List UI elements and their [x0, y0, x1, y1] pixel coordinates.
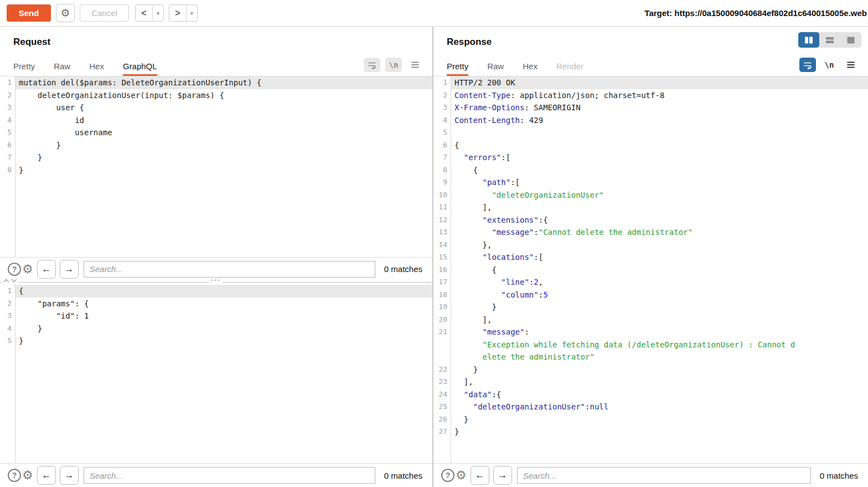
code-line: 1mutation del($params: DeleteOrganizatio… — [0, 76, 432, 89]
search-settings-button[interactable]: ⚙ — [22, 263, 33, 275]
search-settings-button[interactable]: ⚙ — [456, 469, 467, 481]
line-number: 13 — [433, 226, 451, 239]
columns-layout-icon — [804, 37, 813, 44]
code-line-text: "errors":[ — [451, 151, 868, 164]
code-line-text: HTTP/2 200 OK — [451, 76, 868, 89]
code-line-text: "data":{ — [451, 388, 868, 401]
code-line: 27} — [433, 426, 868, 438]
layout-rows-button[interactable] — [819, 32, 840, 48]
layout-columns-button[interactable] — [798, 32, 819, 48]
splitter-drag-handle[interactable]: ••• — [209, 278, 223, 283]
search-next-button[interactable]: → — [60, 466, 79, 485]
code-line-text: "line":2, — [451, 276, 868, 289]
code-line: 7 "errors":[ — [433, 151, 868, 164]
code-line-text: deleteOrganizationUser(input: $params) { — [15, 89, 432, 102]
search-help-button[interactable]: ? — [8, 263, 21, 276]
chevron-down-icon[interactable] — [11, 279, 17, 283]
editor-menu-button[interactable] — [843, 58, 859, 72]
history-back-dropdown[interactable]: ▾ — [153, 5, 163, 21]
line-number: 16 — [433, 264, 451, 276]
tab-render[interactable]: Render — [556, 61, 583, 76]
word-wrap-toggle[interactable] — [364, 58, 380, 72]
code-line: 2 deleteOrganizationUser(input: $params)… — [0, 89, 432, 102]
arrow-right-icon: → — [64, 470, 74, 480]
variables-search-input[interactable] — [84, 467, 375, 484]
code-line: 1HTTP/2 200 OK — [433, 76, 868, 89]
graphql-variables-editor[interactable]: 1{2 "params": {3 "id": 14 }5} — [0, 285, 432, 463]
search-previous-button[interactable]: ← — [37, 466, 56, 485]
code-line-text: }, — [451, 239, 868, 252]
response-editor[interactable]: 1HTTP/2 200 OK2Content-Type: application… — [433, 76, 868, 463]
tab-raw[interactable]: Raw — [54, 61, 70, 76]
search-help-button[interactable]: ? — [441, 469, 454, 482]
line-number: 3 — [433, 101, 451, 114]
line-number: 3 — [0, 101, 15, 114]
code-line-text: "extensions":{ — [451, 214, 868, 227]
tab-pretty[interactable]: Pretty — [13, 61, 35, 76]
tab-graphql[interactable]: GraphQL — [123, 61, 157, 76]
response-search-input[interactable] — [517, 467, 811, 484]
code-line-text: mutation del($params: DeleteOrganization… — [15, 76, 432, 89]
request-settings-button[interactable]: ⚙ — [56, 4, 75, 22]
code-line: 25 "deleteOrganizationUser":null — [433, 401, 868, 413]
line-number: 6 — [433, 139, 451, 152]
help-icon: ? — [12, 265, 17, 274]
request-title: Request — [13, 37, 50, 48]
line-number: 3 — [0, 310, 15, 322]
code-line: 6 } — [0, 139, 432, 152]
search-previous-button[interactable]: ← — [471, 466, 489, 485]
show-newlines-toggle[interactable]: \n — [385, 58, 402, 72]
code-line: 14 }, — [433, 239, 868, 252]
code-line-text: id — [15, 114, 432, 127]
query-search-input[interactable] — [84, 261, 375, 278]
search-next-button[interactable]: → — [60, 260, 79, 279]
newline-icon: \n — [389, 60, 399, 69]
tab-raw[interactable]: Raw — [487, 61, 504, 76]
history-back-button[interactable]: < — [136, 5, 153, 21]
layout-single-button[interactable] — [840, 32, 861, 48]
chevron-up-icon[interactable] — [3, 279, 9, 283]
code-line-text: { — [15, 285, 432, 298]
response-search-matches: 0 matches — [820, 471, 858, 480]
response-tabs: Pretty Raw Hex Render — [447, 61, 602, 76]
line-number: 18 — [433, 289, 451, 301]
send-button[interactable]: Send — [7, 4, 51, 22]
line-number: 12 — [433, 214, 451, 227]
gear-icon: ⚙ — [60, 7, 70, 19]
code-line: 15 "locations":[ — [433, 251, 868, 264]
code-line-text: } — [451, 301, 868, 314]
editor-splitter[interactable]: ••• — [0, 280, 432, 285]
code-line-text: "message": — [451, 326, 868, 339]
graphql-query-editor[interactable]: 1mutation del($params: DeleteOrganizatio… — [0, 76, 432, 257]
line-number: 1 — [0, 285, 15, 298]
request-tabs: Pretty Raw Hex GraphQL — [13, 61, 176, 76]
line-number: 2 — [0, 298, 15, 310]
history-forward-button[interactable]: > — [169, 5, 187, 21]
line-number: 26 — [433, 413, 451, 426]
line-number: 5 — [0, 335, 15, 347]
line-number: 14 — [433, 239, 451, 252]
history-forward-dropdown[interactable]: ▾ — [187, 5, 197, 21]
show-newlines-toggle[interactable]: \n — [821, 58, 838, 72]
code-line: 24 "data":{ — [433, 388, 868, 401]
editor-menu-button[interactable] — [407, 58, 423, 72]
line-number: 4 — [433, 114, 451, 127]
tab-hex[interactable]: Hex — [523, 61, 538, 76]
code-line-text: user { — [15, 101, 432, 114]
code-line: 18 "column":5 — [433, 289, 868, 301]
code-line: 26 } — [433, 413, 868, 426]
search-next-button[interactable]: → — [493, 466, 512, 485]
search-previous-button[interactable]: ← — [37, 260, 56, 279]
variables-search-matches: 0 matches — [384, 471, 422, 480]
code-line-text: } — [15, 335, 432, 347]
tab-pretty[interactable]: Pretty — [447, 61, 468, 76]
cancel-button[interactable]: Cancel — [80, 4, 129, 22]
line-number: 9 — [433, 176, 451, 189]
word-wrap-toggle[interactable] — [799, 58, 816, 72]
variables-search-bar: ? ⚙ ← → 0 matches — [0, 463, 432, 487]
search-help-button[interactable]: ? — [8, 469, 21, 482]
line-number: 2 — [0, 89, 15, 102]
tab-hex[interactable]: Hex — [89, 61, 104, 76]
search-settings-button[interactable]: ⚙ — [22, 469, 33, 481]
code-line: 22 } — [433, 363, 868, 376]
